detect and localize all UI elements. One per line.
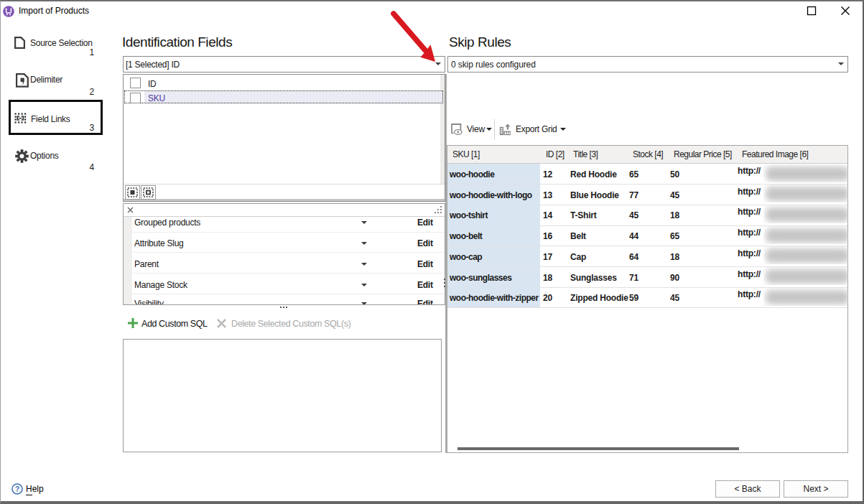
svg-text:?: ? [15, 485, 19, 493]
